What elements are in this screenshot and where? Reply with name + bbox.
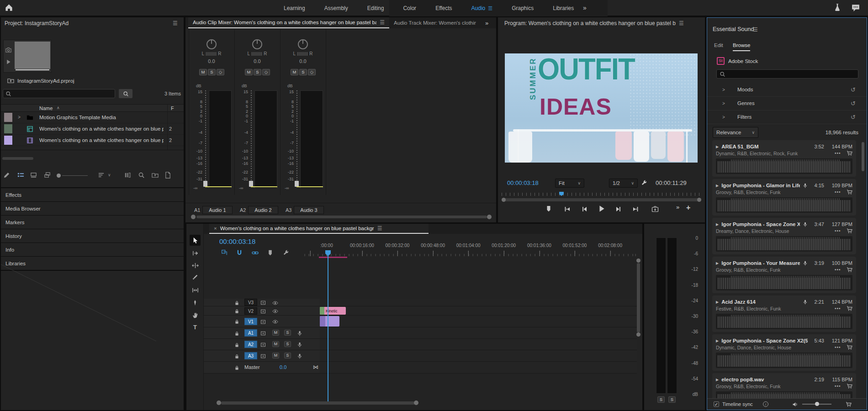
mute-track-button[interactable]: M [272, 341, 279, 347]
more-options-icon[interactable]: ••• [835, 384, 847, 389]
project-panel-menu-icon[interactable]: ☰ [173, 20, 178, 26]
mixer-scrollbar-handle[interactable] [191, 215, 196, 219]
preview-play-icon[interactable] [5, 58, 12, 65]
audio-clip-mixer-tab[interactable]: Audio Clip Mixer: Women's clothing on a … [188, 17, 389, 28]
fader-track[interactable] [296, 90, 297, 187]
program-scrollbar-handle[interactable] [502, 198, 506, 202]
workspace-tab[interactable]: Libraries ☰ [543, 5, 583, 11]
hand-tool[interactable] [190, 310, 201, 321]
type-tool[interactable]: T [190, 321, 201, 332]
license-cart-icon[interactable] [847, 383, 852, 389]
track-lane[interactable] [320, 350, 637, 362]
stock-audio-item[interactable]: ▶ Acid Jazz 614 2:21 124 BPM Festive, R&… [712, 295, 856, 332]
write-keyframes-button[interactable]: ◇ [262, 69, 270, 75]
project-item-row[interactable]: > Women's clothing on a white clothes ha… [1, 123, 184, 135]
icon-view-button[interactable] [30, 172, 37, 179]
timeline-playhead-line[interactable] [328, 256, 328, 402]
home-button[interactable] [5, 3, 15, 13]
lock-icon[interactable] [234, 353, 240, 358]
track-select-forward-tool[interactable] [190, 248, 201, 258]
timeline-vscrollbar-handle[interactable] [636, 332, 640, 337]
add-marker-button[interactable] [545, 206, 554, 214]
pen-tool[interactable] [190, 297, 201, 308]
mute-track-button[interactable]: M [272, 353, 279, 358]
poster-frame-camera-icon[interactable] [5, 47, 12, 54]
preview-play-icon[interactable]: ▶ [716, 222, 719, 227]
track-target-a1[interactable]: A1 [244, 329, 257, 337]
track-visibility-eye-icon[interactable] [272, 300, 278, 305]
stock-audio-item[interactable]: ▶ AREA 51_BGM 3:52 144 BPM Dynamic, R&B,… [712, 140, 856, 177]
lock-icon[interactable] [234, 365, 240, 370]
audio-track-mixer-tab[interactable]: Audio Track Mixer: Women's clothin [389, 17, 481, 28]
solo-left-button[interactable]: S [657, 396, 665, 403]
license-cart-icon[interactable] [847, 267, 852, 273]
sync-lock-icon[interactable] [260, 330, 266, 336]
more-options-icon[interactable]: ••• [835, 267, 847, 272]
license-cart-icon[interactable] [847, 228, 852, 234]
timeline-vscrollbar-handle[interactable] [636, 258, 640, 263]
step-forward-button[interactable] [615, 206, 623, 214]
mixer-scrollbar-handle[interactable] [487, 215, 492, 219]
waveform-preview[interactable] [716, 353, 852, 368]
adobe-stock-label[interactable]: Adobe Stock [728, 58, 758, 64]
solo-button[interactable]: S [208, 69, 216, 75]
lock-icon[interactable] [234, 300, 240, 305]
track-lane[interactable] [320, 299, 637, 306]
program-scrollbar-handle[interactable] [697, 198, 701, 202]
sequence-tab[interactable]: × Women's clothing on a white clothes ha… [209, 224, 429, 234]
pan-value[interactable]: 0.0 [280, 58, 326, 64]
reset-filter-icon[interactable]: ↺ [851, 86, 856, 93]
cart-icon[interactable] [846, 401, 852, 407]
pan-value[interactable]: 0.0 [234, 58, 280, 64]
freeform-view-button[interactable] [44, 172, 51, 179]
track-visibility-eye-icon[interactable] [272, 308, 278, 314]
track-target-v1[interactable]: V1 [244, 318, 257, 325]
stock-audio-item[interactable]: ▶ Igor Pumphonia - Your Measurement (O 3… [712, 257, 856, 293]
timeline-timecode[interactable]: 00:00:03:18 [219, 237, 255, 245]
chevron-right-icon[interactable]: > [722, 87, 725, 92]
find-in-bin-button[interactable] [119, 89, 132, 98]
license-cart-icon[interactable] [847, 344, 852, 350]
timeline-scrollbar-handle[interactable] [414, 400, 418, 405]
track-lane[interactable] [320, 327, 637, 339]
info-icon[interactable]: i [763, 401, 768, 407]
track-target-a3[interactable]: A3 [244, 352, 257, 359]
mixer-horizontal-scrollbar[interactable] [196, 216, 487, 218]
more-options-icon[interactable]: ••• [835, 228, 847, 233]
program-mini-ruler[interactable] [502, 193, 701, 196]
workspace-tab[interactable]: Color ☰ [393, 5, 426, 11]
export-frame-button[interactable] [651, 206, 660, 214]
mute-button[interactable]: M [245, 69, 253, 75]
preview-scrub-bar[interactable] [16, 69, 49, 70]
filter-section-row[interactable]: > Genres ↺ [707, 97, 867, 111]
track-target-v3[interactable]: V3 [244, 299, 257, 306]
feedback-chat-icon[interactable] [852, 4, 861, 13]
close-sequence-icon[interactable]: × [214, 226, 217, 231]
more-options-icon[interactable]: ••• [835, 306, 847, 311]
collapsed-panel-tab[interactable]: Markers [1, 216, 184, 229]
button-editor-plus-icon[interactable]: + [686, 204, 690, 212]
workspace-tab[interactable]: Editing ☰ [358, 5, 394, 11]
voiceover-record-mic-icon[interactable] [297, 330, 302, 336]
selection-tool[interactable] [190, 235, 201, 246]
master-level-value[interactable]: 0.0 [280, 364, 286, 370]
list-view-button[interactable] [17, 172, 25, 179]
lock-icon[interactable] [234, 319, 240, 324]
add-marker-button[interactable] [267, 249, 275, 257]
waveform-preview[interactable] [716, 236, 852, 252]
project-panel-title[interactable]: Project: InstagramStoryAd [5, 20, 69, 26]
project-file-name[interactable]: InstagramStoryAd.prproj [17, 78, 74, 84]
more-options-icon[interactable]: ••• [835, 151, 847, 156]
collapsed-panel-tab[interactable]: Media Browser [1, 202, 184, 215]
lock-icon[interactable] [234, 342, 240, 347]
playback-resolution-select[interactable]: 1/2 ∨ [609, 179, 638, 188]
workspace-tab[interactable]: Audio ☰ [462, 5, 503, 11]
more-options-icon[interactable]: ••• [835, 190, 847, 195]
reset-filter-icon[interactable]: ↺ [851, 100, 856, 107]
track-lane[interactable]: Kinetic [320, 306, 637, 316]
workspace-tab[interactable]: Learning ☰ [274, 5, 315, 11]
waveform-preview[interactable] [716, 275, 852, 290]
stock-audio-item[interactable]: ▶ electro pop8.wav 2:19 115 BPM Groovy, … [712, 373, 856, 399]
solo-track-button[interactable]: S [284, 330, 291, 336]
stock-audio-item[interactable]: ▶ Igor Pumphonia - Space Zone X2(5) 5:43… [712, 334, 856, 371]
